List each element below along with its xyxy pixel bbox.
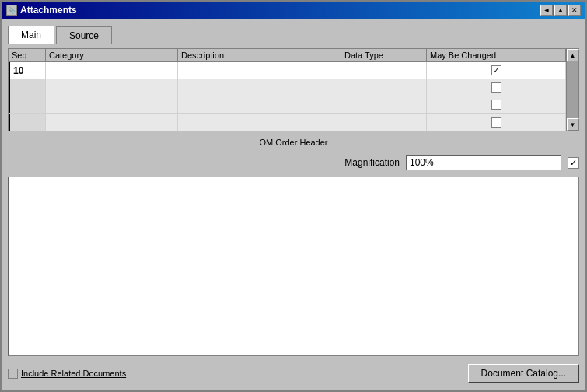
document-catalog-button[interactable]: Document Catalog... bbox=[468, 364, 579, 383]
cell-maychange-2[interactable] bbox=[427, 79, 566, 96]
magnification-input[interactable] bbox=[406, 155, 561, 170]
include-checkbox-row: Include Related Documents bbox=[8, 369, 126, 379]
magnification-checkbox[interactable] bbox=[568, 157, 579, 169]
table-row[interactable] bbox=[9, 79, 566, 96]
table-scroll: Seq Category Description Data Type May B… bbox=[9, 49, 566, 131]
close-button[interactable]: ✕ bbox=[568, 5, 581, 16]
cell-category-1[interactable] bbox=[46, 62, 178, 79]
cell-description-3[interactable] bbox=[178, 96, 341, 113]
cell-seq-4 bbox=[9, 114, 46, 131]
magnification-label: Magnification bbox=[344, 157, 400, 168]
maychange-checkbox-4[interactable] bbox=[491, 117, 501, 128]
maychange-checkbox-3[interactable] bbox=[491, 100, 501, 110]
table-header: Seq Category Description Data Type May B… bbox=[9, 49, 566, 62]
table-container: Seq Category Description Data Type May B… bbox=[8, 48, 579, 131]
window-title: Attachments bbox=[20, 5, 77, 16]
scroll-track[interactable] bbox=[567, 61, 578, 118]
cell-datatype-4[interactable] bbox=[341, 114, 427, 131]
table-scrollbar: ▲ ▼ bbox=[566, 49, 578, 131]
entity-label: OM Order Header bbox=[8, 136, 579, 149]
restore-button[interactable]: ◄ bbox=[540, 5, 553, 16]
include-related-checkbox[interactable] bbox=[8, 369, 18, 379]
title-buttons: ◄ ▲ ✕ bbox=[540, 5, 581, 16]
maychange-checkbox-1[interactable] bbox=[491, 65, 501, 75]
table-row[interactable]: 10 bbox=[9, 62, 566, 79]
preview-area bbox=[8, 177, 579, 356]
window-content: Main Source Seq Category Description Dat… bbox=[2, 19, 585, 390]
cell-category-4[interactable] bbox=[46, 114, 178, 131]
bottom-bar: Include Related Documents Document Catal… bbox=[8, 361, 579, 384]
title-bar: 📎 Attachments ◄ ▲ ✕ bbox=[2, 2, 585, 19]
col-header-seq: Seq bbox=[9, 49, 46, 61]
tabs: Main Source bbox=[8, 25, 579, 44]
tab-source[interactable]: Source bbox=[56, 26, 112, 44]
cell-category-3[interactable] bbox=[46, 96, 178, 113]
window-icon: 📎 bbox=[6, 5, 17, 16]
maximize-button[interactable]: ▲ bbox=[554, 5, 567, 16]
cell-description-2[interactable] bbox=[178, 79, 341, 96]
table-row[interactable] bbox=[9, 96, 566, 114]
cell-description-4[interactable] bbox=[178, 114, 341, 131]
col-header-category: Category bbox=[46, 49, 178, 61]
cell-maychange-4[interactable] bbox=[427, 114, 566, 131]
cell-seq-3 bbox=[9, 96, 46, 113]
table-row[interactable] bbox=[9, 114, 566, 131]
scroll-up-button[interactable]: ▲ bbox=[567, 49, 579, 61]
cell-datatype-1[interactable] bbox=[341, 62, 427, 79]
col-header-maychange: May Be Changed bbox=[427, 49, 566, 61]
cell-category-2[interactable] bbox=[46, 79, 178, 96]
col-header-datatype: Data Type bbox=[341, 49, 427, 61]
cell-description-1[interactable] bbox=[178, 62, 341, 79]
table-body: 10 bbox=[9, 62, 566, 131]
title-bar-left: 📎 Attachments bbox=[6, 5, 77, 16]
cell-maychange-3[interactable] bbox=[427, 96, 566, 113]
col-header-description: Description bbox=[178, 49, 341, 61]
include-label: Include Related Documents bbox=[21, 369, 126, 378]
cell-datatype-2[interactable] bbox=[341, 79, 427, 96]
maychange-checkbox-2[interactable] bbox=[491, 82, 501, 93]
cell-maychange-1[interactable] bbox=[427, 62, 566, 79]
table-wrapper: Seq Category Description Data Type May B… bbox=[9, 49, 578, 131]
cell-seq-2 bbox=[9, 79, 46, 96]
tab-main[interactable]: Main bbox=[8, 26, 54, 44]
cell-seq-1: 10 bbox=[9, 62, 46, 79]
cell-datatype-3[interactable] bbox=[341, 96, 427, 113]
scroll-down-button[interactable]: ▼ bbox=[567, 118, 579, 131]
magnification-row: Magnification bbox=[8, 153, 579, 172]
attachments-window: 📎 Attachments ◄ ▲ ✕ Main Source bbox=[0, 0, 587, 392]
